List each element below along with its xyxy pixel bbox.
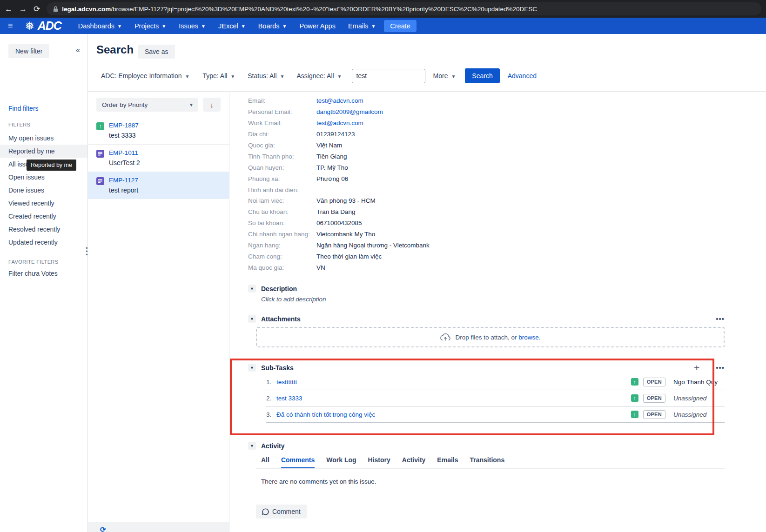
improvement-type-icon: ↑ [96, 122, 104, 130]
sidebar-item-resolved-recently[interactable]: Resolved recently [0, 223, 87, 236]
attachments-more-icon[interactable]: ••• [716, 315, 725, 323]
field-row: Phuong xa:Phường 06 [248, 173, 725, 184]
chevron-down-icon: ▼ [185, 74, 190, 79]
sidebar-item-my-open-issues[interactable]: My open issues [0, 132, 87, 145]
browser-refresh-icon[interactable]: ⟳ [34, 5, 40, 13]
tab-comments[interactable]: Comments [281, 456, 315, 468]
sort-direction-button[interactable]: ↓ [203, 98, 221, 112]
browser-chrome: ← → ⟳ legal.adcvn.com/browse/EMP-1127?jq… [0, 0, 766, 18]
issue-key[interactable]: EMP-1127 [109, 177, 138, 184]
nav-item-issues[interactable]: Issues▼ [179, 22, 206, 30]
tab-work-log[interactable]: Work Log [326, 456, 356, 468]
improvement-type-icon: ↑ [631, 394, 638, 402]
sidebar-item-open-issues[interactable]: Open issues [0, 171, 87, 184]
status-badge[interactable]: OPEN [643, 394, 665, 403]
tab-activity[interactable]: Activity [402, 456, 426, 468]
order-by-dropdown[interactable]: Order by Priority ▼ [96, 98, 198, 112]
subtask-list: 1. testtttttt ↑ OPEN Ngo Thanh Quy 2. te… [248, 374, 725, 423]
create-button[interactable]: Create [384, 20, 417, 32]
tab-transitions[interactable]: Transitions [470, 456, 505, 468]
issue-card-emp-1127[interactable]: EMP-1127 test report [88, 172, 229, 199]
sidebar-item-viewed-recently[interactable]: Viewed recently [0, 197, 87, 210]
browser-forward-icon[interactable]: → [19, 5, 27, 13]
nav-item-boards[interactable]: Boards▼ [258, 22, 287, 30]
sidebar-item-updated-recently[interactable]: Updated recently [0, 236, 87, 249]
tab-history[interactable]: History [368, 456, 390, 468]
sidebar-resize-handle[interactable]: ••• [86, 246, 88, 256]
issue-key[interactable]: EMP-1011 [109, 149, 140, 156]
app-logo[interactable]: ❅ ADC [25, 19, 61, 33]
activity-tabs: All Comments Work Log History Activity E… [261, 456, 725, 468]
search-text-input[interactable] [352, 69, 425, 83]
field-row: Email:test@adcvn.com [248, 95, 725, 106]
field-row: Quoc gia:Việt Nam [248, 140, 725, 151]
nav-item-dashboards[interactable]: Dashboards▼ [78, 22, 122, 30]
status-badge[interactable]: OPEN [643, 378, 665, 386]
nav-item-jexcel[interactable]: JExcel▼ [218, 22, 246, 30]
work-email-link[interactable]: test@adcvn.com [316, 120, 363, 126]
chevron-down-icon: ▼ [117, 24, 122, 29]
tabs-divider [256, 468, 725, 469]
order-bar: Order by Priority ▼ ↓ [88, 92, 229, 117]
save-as-button[interactable]: Save as [138, 45, 175, 59]
chevron-down-icon: ▼ [451, 74, 456, 79]
nav-menu: Dashboards▼ Projects▼ Issues▼ JExcel▼ Bo… [78, 22, 376, 30]
browse-link[interactable]: browse. [518, 334, 540, 341]
assignee-filter-dropdown[interactable]: Assignee: All▼ [296, 72, 342, 80]
attachment-dropzone[interactable]: Drop files to attach, or browse. [256, 327, 725, 347]
sidebar-item-filter-chua-votes[interactable]: Filter chưa Votes [8, 270, 58, 277]
type-filter-dropdown[interactable]: Type: All▼ [202, 72, 235, 80]
tab-all[interactable]: All [261, 456, 269, 468]
more-filter-dropdown[interactable]: More▼ [433, 72, 456, 80]
chevron-down-icon: ▼ [282, 24, 287, 29]
field-list: Email:test@adcvn.com Personal Email:dang… [248, 95, 725, 273]
sidebar-item-done-issues[interactable]: Done issues [0, 184, 87, 197]
issue-summary: test report [109, 186, 138, 194]
project-filter-dropdown[interactable]: ADC: Employee Information▼ [101, 72, 189, 80]
status-badge[interactable]: OPEN [643, 410, 665, 419]
story-type-icon [96, 150, 104, 158]
subtask-link[interactable]: test 3333 [276, 395, 631, 402]
collapse-subtasks-icon[interactable]: ▼ [248, 364, 256, 372]
collapse-description-icon[interactable]: ▼ [248, 285, 256, 293]
sidebar-item-reported-by-me[interactable]: Reported by me [0, 145, 87, 158]
hamburger-menu-icon[interactable]: ≡ [8, 21, 13, 31]
field-row: Work Email:test@adcvn.com [248, 118, 725, 129]
collapse-activity-icon[interactable]: ▼ [248, 442, 256, 450]
browser-back-icon[interactable]: ← [5, 5, 13, 13]
search-button[interactable]: Search [465, 68, 499, 83]
advanced-search-link[interactable]: Advanced [508, 72, 537, 80]
sidebar-item-created-recently[interactable]: Created recently [0, 210, 87, 223]
issue-key[interactable]: EMP-1887 [109, 122, 139, 129]
subtask-link[interactable]: Đã có thành tích tốt trong công việc [276, 411, 631, 418]
nav-item-projects[interactable]: Projects▼ [134, 22, 166, 30]
nav-item-power-apps[interactable]: Power Apps [300, 22, 336, 30]
field-row: Cham cong:Theo thời gian làm việc [248, 251, 725, 262]
filters-heading: FILTERS [8, 122, 30, 127]
find-filters-link[interactable]: Find filters [8, 105, 39, 112]
tab-emails[interactable]: Emails [437, 456, 458, 468]
field-row: Chi nhanh ngan hang:Vietcombank My Tho [248, 229, 725, 240]
issue-card-emp-1887[interactable]: ↑ EMP-1887 test 3333 [88, 117, 229, 144]
refresh-icon[interactable]: ⟳ [100, 525, 106, 532]
nav-item-emails[interactable]: Emails▼ [348, 22, 376, 30]
subtask-link[interactable]: testtttttt [276, 379, 631, 386]
chevron-down-icon: ▼ [230, 74, 235, 79]
add-subtask-button[interactable]: + [694, 363, 699, 372]
search-header: Search Save as ADC: Employee Information… [88, 34, 766, 91]
subtasks-more-icon[interactable]: ••• [716, 364, 725, 372]
email-link[interactable]: test@adcvn.com [316, 97, 363, 104]
filter-list: My open issues Reported by me All issues… [0, 132, 87, 249]
status-filter-dropdown[interactable]: Status: All▼ [248, 72, 284, 80]
issue-card-emp-1011[interactable]: EMP-1011 UserTest 2 [88, 144, 229, 172]
comment-button[interactable]: Comment [256, 505, 307, 519]
url-bar[interactable]: legal.adcvn.com/browse/EMP-1127?jql=proj… [47, 2, 761, 15]
personal-email-link[interactable]: dangtb2009@gmailcom [316, 108, 383, 115]
field-row: Noi lam viec:Văn phòng 93 - HCM [248, 195, 725, 206]
attachments-section-header: ▼ Attachments ••• [248, 315, 725, 323]
subtask-row: 3. Đã có thành tích tốt trong công việc … [266, 406, 725, 423]
collapse-sidebar-icon[interactable]: « [76, 46, 80, 54]
collapse-attachments-icon[interactable]: ▼ [248, 315, 256, 323]
new-filter-button[interactable]: New filter [8, 44, 49, 58]
description-placeholder[interactable]: Click to add description [261, 296, 725, 303]
